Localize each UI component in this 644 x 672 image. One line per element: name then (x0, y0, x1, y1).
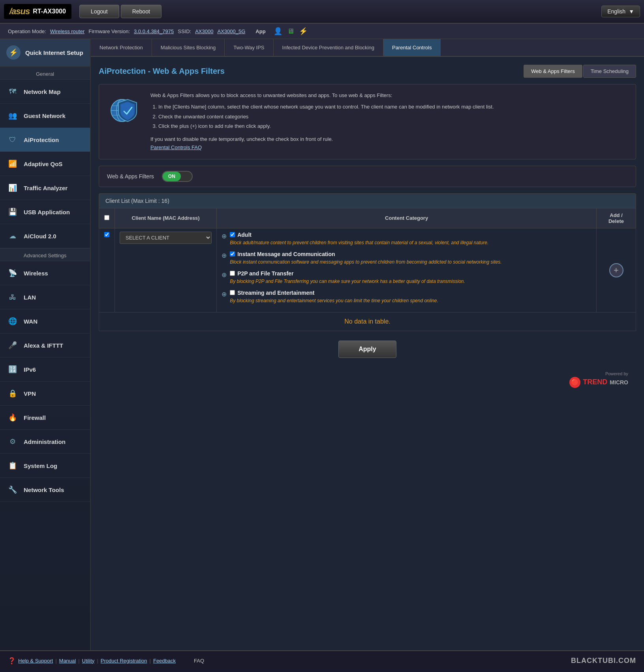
sidebar-item-label: Network Map (24, 88, 60, 95)
sidebar-item-label: AiCloud 2.0 (24, 233, 56, 240)
ipv6-icon: 🔢 (6, 363, 19, 376)
sidebar-item-vpn[interactable]: 🔒 VPN (0, 382, 90, 406)
sidebar-item-network-map[interactable]: 🗺 Network Map (0, 80, 90, 104)
trend-micro-area: Powered by 🔴 TREND MICRO (99, 367, 636, 389)
reboot-button[interactable]: Reboot (121, 5, 161, 18)
sidebar-item-label: Traffic Analyzer (24, 185, 68, 191)
client-list-header: Client List (Max Limit : 16) (99, 193, 636, 208)
alexa-icon: 🎤 (6, 339, 19, 352)
cat-p2p-title: P2P and File Transfer (230, 270, 591, 277)
category-p2p-row: ⊕ P2P and File Transfer By blocking P2P … (222, 270, 591, 285)
sidebar-item-label: Alexa & IFTTT (24, 342, 63, 349)
logout-button[interactable]: Logout (79, 5, 119, 18)
manual-link[interactable]: Manual (59, 658, 76, 664)
sidebar-item-wireless[interactable]: 📡 Wireless (0, 261, 90, 285)
toggle-row: Web & Apps Filters ON (99, 166, 636, 187)
cat-adult-label: Adult (237, 232, 252, 238)
sidebar-item-firewall[interactable]: 🔥 Firewall (0, 406, 90, 430)
sidebar-item-label: AiProtection (24, 137, 59, 143)
sidebar-item-label: Guest Network (24, 112, 66, 119)
sidebar-item-label: VPN (24, 390, 36, 397)
sidebar-item-label: Wireless (24, 270, 48, 277)
user-icon[interactable]: 👤 (274, 27, 282, 36)
client-dropdown[interactable]: SELECT A CLIENT (120, 232, 212, 244)
usb-application-icon: 💾 (6, 206, 19, 218)
sidebar-item-guest-network[interactable]: 👥 Guest Network (0, 104, 90, 128)
operation-mode-link[interactable]: Wireless router (50, 28, 84, 34)
tab-network-protection[interactable]: Network Protection (91, 39, 152, 56)
cat-streaming-desc: By blocking streaming and entertainment … (230, 297, 591, 304)
add-rule-button[interactable]: + (609, 263, 623, 277)
sidebar-item-ipv6[interactable]: 🔢 IPv6 (0, 358, 90, 382)
status-icons: 👤 🖥 ⚡ (274, 27, 308, 36)
firmware-link[interactable]: 3.0.0.4.384_7975 (134, 28, 174, 34)
row-checkbox[interactable] (104, 232, 109, 237)
cat-instant-checkbox[interactable] (230, 251, 235, 256)
cat-adult-checkbox[interactable] (230, 232, 235, 237)
status-bar: Operation Mode: Wireless router Firmware… (0, 24, 644, 39)
select-all-checkbox[interactable] (104, 215, 109, 220)
sidebar-item-traffic-analyzer[interactable]: 📊 Traffic Analyzer (0, 176, 90, 200)
sidebar-item-label: Network Tools (24, 487, 64, 493)
sub-tab-web-apps-filters[interactable]: Web & Apps Filters (524, 65, 582, 78)
sidebar-item-label: Firewall (24, 414, 46, 421)
sidebar-item-administration[interactable]: ⚙ Administration (0, 430, 90, 454)
sidebar-item-wan[interactable]: 🌐 WAN (0, 309, 90, 333)
tab-malicious-sites[interactable]: Malicious Sites Blocking (152, 39, 225, 56)
sidebar-item-adaptive-qos[interactable]: 📶 Adaptive QoS (0, 152, 90, 176)
client-name-cell: SELECT A CLIENT (115, 228, 217, 312)
product-registration-link[interactable]: Product Registration (101, 658, 147, 664)
quick-setup-label: Quick Internet Setup (25, 49, 83, 56)
language-selector[interactable]: English ▼ (601, 6, 640, 17)
feedback-link[interactable]: Feedback (153, 658, 176, 664)
cat-plus-icon: ⊕ (222, 252, 227, 259)
traffic-analyzer-icon: 📊 (6, 182, 19, 194)
sidebar-item-aicloud[interactable]: ☁ AiCloud 2.0 (0, 224, 90, 248)
usb-icon[interactable]: ⚡ (299, 27, 308, 36)
tab-two-way-ips[interactable]: Two-Way IPS (225, 39, 273, 56)
ssid-label: SSID: (178, 28, 191, 34)
faq-label: FAQ (194, 658, 204, 664)
cat-instant-title: Instant Message and Communication (230, 251, 591, 257)
tab-infected-device[interactable]: Infected Device Prevention and Blocking (274, 39, 383, 56)
col-client-name: Client Name (MAC Address) (115, 208, 217, 228)
firmware-label: Firmware Version: (88, 28, 130, 34)
sidebar-item-lan[interactable]: 🖧 LAN (0, 285, 90, 309)
toggle-switch[interactable]: ON (162, 171, 193, 182)
cat-instant-content: Instant Message and Communication Block … (230, 251, 591, 266)
sidebar-item-aiprotection[interactable]: 🛡 AiProtection (0, 128, 90, 152)
parental-controls-faq-link[interactable]: Parental Controls FAQ (150, 144, 202, 150)
ssid-value1-link[interactable]: AX3000 (195, 28, 213, 34)
category-streaming-row: ⊕ Streaming and Entertainment By blockin… (222, 290, 591, 304)
sidebar-item-usb-application[interactable]: 💾 USB Application (0, 200, 90, 224)
sidebar-item-quick-setup[interactable]: ⚡ Quick Internet Setup (0, 39, 90, 67)
sub-tab-time-scheduling[interactable]: Time Scheduling (583, 65, 636, 78)
help-support-link[interactable]: Help & Support (18, 658, 53, 664)
monitor-icon[interactable]: 🖥 (287, 27, 294, 36)
tab-parental-controls[interactable]: Parental Controls (383, 39, 441, 56)
help-icon[interactable]: ❓ (8, 657, 16, 665)
cat-p2p-content: P2P and File Transfer By blocking P2P an… (230, 270, 591, 285)
sidebar-item-alexa[interactable]: 🎤 Alexa & IFTTT (0, 333, 90, 358)
page-title: AiProtection - Web & Apps Filters (99, 67, 225, 76)
toggle-off-label (181, 174, 192, 178)
toggle-label: Web & Apps Filters (107, 173, 154, 180)
lan-icon: 🖧 (6, 291, 19, 303)
aiprotection-graphic (107, 92, 143, 127)
app-label: App (255, 28, 265, 34)
trend-brand: TREND (583, 378, 607, 386)
apply-button[interactable]: Apply (338, 341, 396, 358)
cat-streaming-checkbox[interactable] (230, 290, 235, 295)
sidebar-item-network-tools[interactable]: 🔧 Network Tools (0, 478, 90, 502)
cat-p2p-label: P2P and File Transfer (237, 270, 293, 277)
cat-p2p-checkbox[interactable] (230, 271, 235, 276)
adaptive-qos-icon: 📶 (6, 157, 19, 170)
system-log-icon: 📋 (6, 459, 19, 472)
powered-by-label: Powered by (107, 371, 628, 376)
sidebar-item-system-log[interactable]: 📋 System Log (0, 454, 90, 478)
ssid-value2-link[interactable]: AX3000_5G (217, 28, 245, 34)
utility-link[interactable]: Utility (82, 658, 95, 664)
sidebar-advanced-label: Advanced Settings (0, 248, 90, 261)
cat-streaming-title: Streaming and Entertainment (230, 290, 591, 296)
description-box: Web & Apps Filters allows you to block a… (99, 84, 636, 159)
